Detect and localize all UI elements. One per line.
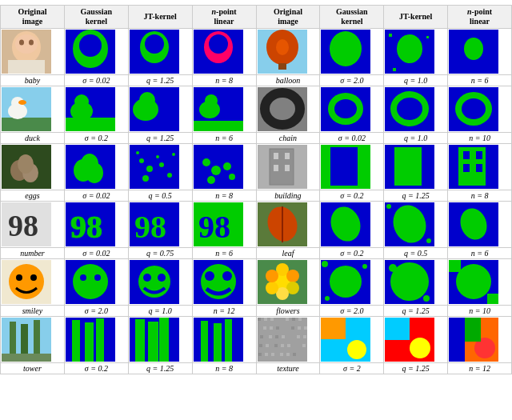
svg-rect-17 bbox=[278, 63, 286, 70]
param-balloon-0: σ = 2.0 bbox=[320, 75, 384, 86]
svg-point-145 bbox=[389, 264, 397, 272]
svg-rect-79 bbox=[270, 149, 294, 185]
svg-rect-200 bbox=[321, 318, 346, 339]
label-chain: chain bbox=[256, 133, 320, 144]
svg-rect-208 bbox=[465, 318, 481, 342]
svg-rect-197 bbox=[266, 344, 269, 347]
cell-baby_gauss bbox=[64, 29, 128, 75]
svg-rect-189 bbox=[270, 318, 274, 321]
param-flowers-2: n = 10 bbox=[448, 306, 512, 317]
cell-smiley_orig bbox=[1, 259, 65, 306]
cell-tower_npoint bbox=[192, 317, 256, 363]
svg-point-111 bbox=[426, 238, 431, 243]
cell-duck_npoint bbox=[192, 86, 256, 133]
svg-rect-177 bbox=[302, 344, 306, 347]
svg-point-67 bbox=[167, 173, 172, 178]
svg-text:98: 98 bbox=[198, 209, 230, 245]
svg-point-136 bbox=[266, 282, 278, 294]
label-flowers: flowers bbox=[256, 306, 320, 317]
svg-rect-91 bbox=[463, 151, 470, 159]
param-number-0: σ = 0.02 bbox=[64, 248, 128, 259]
svg-rect-23 bbox=[389, 34, 392, 37]
header-npoint1: n-pointlinear bbox=[192, 6, 256, 29]
cell-balloon_orig bbox=[256, 29, 320, 75]
param-duck-2: n = 6 bbox=[192, 133, 256, 144]
param-chain-0: σ = 0.02 bbox=[320, 133, 384, 144]
label-duck: duck bbox=[1, 133, 65, 144]
header-npoint2: n-pointlinear bbox=[448, 6, 512, 29]
param-tower-1: q = 1.25 bbox=[128, 363, 192, 374]
label-number: number bbox=[1, 248, 65, 259]
svg-rect-183 bbox=[286, 353, 290, 356]
svg-point-18 bbox=[276, 39, 289, 55]
cell-building_npoint bbox=[448, 144, 512, 190]
svg-rect-155 bbox=[2, 354, 51, 362]
svg-rect-178 bbox=[258, 353, 262, 356]
svg-point-39 bbox=[139, 92, 155, 108]
svg-rect-36 bbox=[66, 118, 115, 131]
svg-point-115 bbox=[9, 264, 44, 299]
cell-texture_gauss bbox=[320, 317, 384, 363]
svg-point-54 bbox=[462, 98, 486, 119]
svg-rect-166 bbox=[214, 323, 222, 362]
svg-point-74 bbox=[211, 166, 221, 175]
svg-rect-163 bbox=[159, 318, 169, 362]
param-flowers-1: q = 1.25 bbox=[384, 306, 448, 317]
svg-point-4 bbox=[19, 40, 24, 46]
cell-chain_orig bbox=[256, 86, 320, 133]
svg-point-110 bbox=[386, 204, 391, 209]
svg-point-141 bbox=[362, 264, 367, 269]
svg-point-76 bbox=[229, 174, 235, 180]
svg-point-133 bbox=[286, 270, 299, 282]
svg-point-146 bbox=[423, 295, 430, 302]
svg-point-120 bbox=[80, 274, 86, 281]
param-baby-2: n = 8 bbox=[192, 75, 256, 86]
svg-text:98: 98 bbox=[134, 209, 166, 245]
svg-point-69 bbox=[156, 155, 159, 158]
svg-rect-93 bbox=[463, 164, 470, 172]
svg-rect-159 bbox=[96, 318, 104, 362]
param-texture-2: n = 12 bbox=[448, 363, 512, 374]
cell-eggs_npoint bbox=[192, 144, 256, 190]
cell-duck_orig bbox=[1, 86, 65, 133]
svg-point-58 bbox=[18, 154, 34, 174]
param-building-2: n = 8 bbox=[448, 190, 512, 202]
svg-point-203 bbox=[410, 338, 430, 358]
cell-chain_jt bbox=[384, 86, 448, 133]
cell-eggs_jt bbox=[128, 144, 192, 190]
svg-rect-185 bbox=[298, 326, 301, 330]
header-gauss1: Gaussiankernel bbox=[64, 6, 128, 29]
param-number-1: q = 0.75 bbox=[128, 248, 192, 259]
cell-leaf_npoint bbox=[448, 202, 512, 248]
header-orig1: Originalimage bbox=[1, 6, 65, 29]
svg-rect-88 bbox=[394, 147, 422, 186]
label-leaf: leaf bbox=[256, 248, 320, 259]
svg-rect-190 bbox=[276, 326, 279, 330]
svg-rect-171 bbox=[269, 335, 272, 338]
svg-rect-188 bbox=[265, 353, 268, 356]
param-building-0: σ = 0.2 bbox=[320, 190, 384, 202]
svg-rect-193 bbox=[293, 353, 296, 356]
svg-rect-184 bbox=[292, 318, 295, 321]
cell-tower_jt bbox=[128, 317, 192, 363]
svg-point-119 bbox=[73, 264, 108, 299]
cell-eggs_orig bbox=[1, 144, 65, 190]
svg-point-64 bbox=[139, 158, 144, 163]
cell-baby_jt bbox=[128, 29, 192, 75]
svg-point-117 bbox=[30, 274, 37, 281]
cell-baby_npoint bbox=[192, 29, 256, 75]
svg-point-20 bbox=[330, 31, 362, 66]
svg-point-124 bbox=[143, 274, 151, 282]
svg-point-35 bbox=[74, 94, 89, 109]
param-texture-0: σ = 2 bbox=[320, 363, 384, 374]
param-eggs-1: q = 0.5 bbox=[128, 190, 192, 202]
param-duck-1: q = 1.25 bbox=[128, 133, 192, 144]
cell-balloon_gauss bbox=[320, 29, 384, 75]
svg-rect-161 bbox=[135, 319, 145, 362]
svg-rect-175 bbox=[291, 326, 294, 330]
svg-point-137 bbox=[266, 270, 278, 282]
svg-point-5 bbox=[29, 40, 34, 46]
cell-flowers_npoint bbox=[448, 259, 512, 306]
svg-point-68 bbox=[142, 175, 149, 182]
svg-point-142 bbox=[325, 296, 330, 301]
